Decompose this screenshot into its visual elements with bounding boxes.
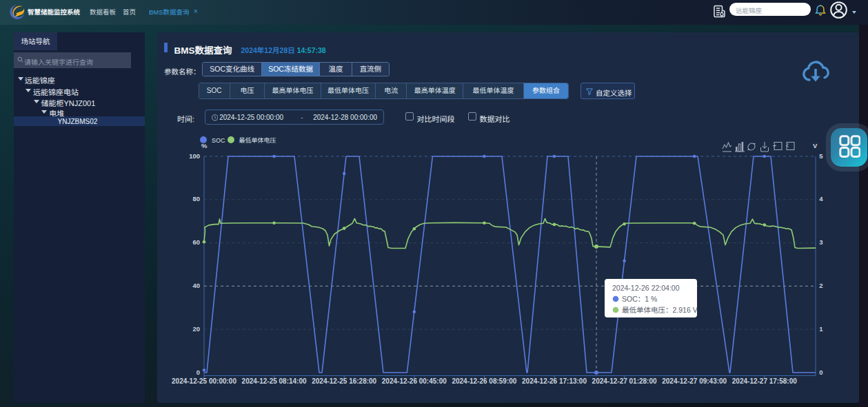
svg-text:SOC：1 %: SOC：1 % xyxy=(622,295,657,303)
svg-text:0: 0 xyxy=(196,368,200,376)
svg-text:100: 100 xyxy=(189,152,200,160)
svg-text:2024-12-25 16:28:00: 2024-12-25 16:28:00 xyxy=(312,377,376,385)
svg-text:2024-12-25 08:14:00: 2024-12-25 08:14:00 xyxy=(242,377,307,385)
svg-text:1: 1 xyxy=(819,325,823,333)
svg-text:2024-12-27 09:43:00: 2024-12-27 09:43:00 xyxy=(662,377,727,385)
svg-text:SOC: SOC xyxy=(212,137,225,144)
svg-text:最低单体电压：2.916 V: 最低单体电压：2.916 V xyxy=(622,306,698,314)
svg-text:V: V xyxy=(813,142,818,149)
svg-text:2024-12-27 01:28:00: 2024-12-27 01:28:00 xyxy=(592,377,657,385)
svg-text:2024-12-27 17:58:00: 2024-12-27 17:58:00 xyxy=(732,377,797,385)
svg-text:2024-12-26 22:04:00: 2024-12-26 22:04:00 xyxy=(612,284,680,292)
svg-text:4: 4 xyxy=(819,195,823,202)
svg-text:2024-12-26 00:45:00: 2024-12-26 00:45:00 xyxy=(382,377,447,385)
svg-text:%: % xyxy=(201,142,208,149)
svg-text:40: 40 xyxy=(192,282,200,289)
svg-text:60: 60 xyxy=(192,238,200,246)
svg-text:2024-12-25 00:00:00: 2024-12-25 00:00:00 xyxy=(172,377,236,385)
svg-text:2024-12-26 08:59:00: 2024-12-26 08:59:00 xyxy=(452,377,516,385)
svg-text:2024-12-26 17:13:00: 2024-12-26 17:13:00 xyxy=(522,377,587,385)
svg-text:3: 3 xyxy=(819,238,822,246)
svg-text:最低单体电压: 最低单体电压 xyxy=(239,137,276,144)
svg-text:20: 20 xyxy=(192,325,200,333)
svg-text:2: 2 xyxy=(819,282,822,289)
svg-text:0: 0 xyxy=(819,368,822,376)
svg-text:80: 80 xyxy=(192,195,200,202)
svg-text:5: 5 xyxy=(819,152,823,160)
